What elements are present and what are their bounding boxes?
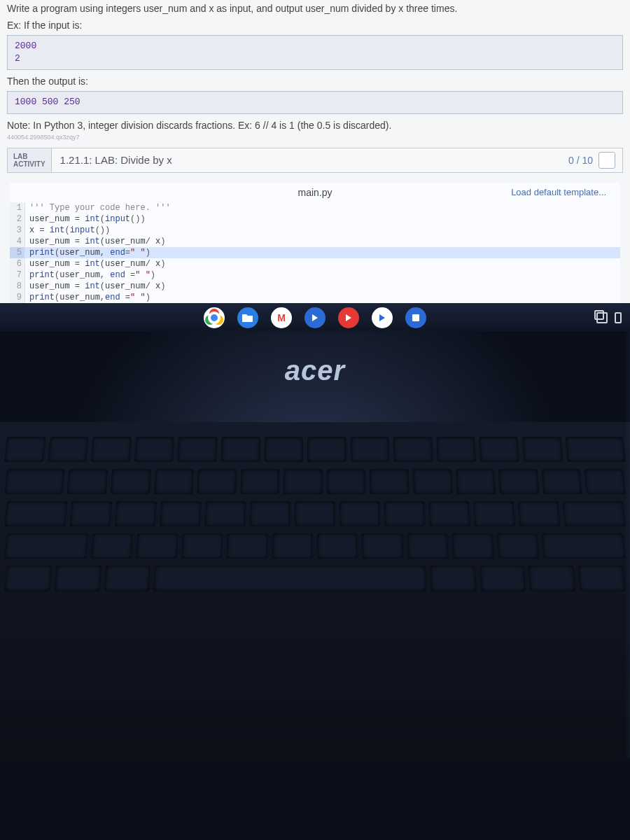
code-line[interactable]: 7print(user_num, end =" ") [10, 270, 620, 281]
line-content[interactable]: user_num = int(user_num/ x) [25, 236, 165, 247]
line-content[interactable]: print(user_num,end =" ") [25, 292, 150, 303]
lab-badge: LAB ACTIVITY [8, 148, 52, 172]
line-number: 2 [10, 214, 25, 225]
svg-rect-0 [412, 314, 419, 321]
line-number: 8 [10, 281, 25, 292]
phone-hub-icon[interactable] [615, 312, 622, 323]
lab-score: 0 / 10 [561, 148, 622, 172]
example-input-block: 2000 2 [7, 35, 623, 70]
youtube-icon[interactable] [338, 307, 359, 328]
example-intro: Ex: If the input is: [7, 20, 623, 31]
line-content[interactable]: ''' Type your code here. ''' [25, 202, 171, 214]
code-line[interactable]: 8user_num = int(user_num/ x) [10, 281, 620, 292]
code-line[interactable]: 9print(user_num,end =" ") [10, 292, 620, 303]
example-output-block: 1000 500 250 [7, 91, 623, 113]
lab-header-row: LAB ACTIVITY 1.21.1: LAB: Divide by x 0 … [7, 148, 623, 173]
lab-score-box-icon [598, 152, 615, 169]
line-number: 1 [10, 202, 25, 214]
code-line[interactable]: 6user_num = int(user_num/ x) [10, 258, 620, 270]
line-number: 4 [10, 236, 25, 247]
files-icon[interactable] [237, 307, 258, 328]
line-content[interactable]: user_num = int(user_num/ x) [25, 281, 165, 292]
problem-id: 440054.2998504.qx3zqy7 [7, 134, 623, 141]
lab-badge-bottom: ACTIVITY [13, 160, 46, 168]
code-line[interactable]: 5print(user_num, end=" ") [10, 247, 620, 258]
code-line[interactable]: 2user_num = int(input()) [10, 214, 620, 225]
code-line[interactable]: 1''' Type your code here. ''' [10, 202, 620, 214]
keyboard [0, 422, 630, 758]
editor-panel: main.py Load default template... 1''' Ty… [10, 183, 620, 303]
line-number: 3 [10, 225, 25, 236]
line-number: 9 [10, 292, 25, 303]
editor-header: main.py Load default template... [10, 183, 620, 202]
problem-instruction: Write a program using integers user_num … [7, 3, 623, 14]
code-line[interactable]: 3x = int(input()) [10, 225, 620, 236]
gmail-icon[interactable]: M [271, 307, 292, 328]
load-template-link[interactable]: Load default template... [511, 187, 606, 197]
laptop-bezel: acer [0, 331, 630, 758]
line-number: 5 [10, 247, 25, 258]
chromeos-shelf: M [0, 303, 630, 331]
shelf-status-area[interactable] [596, 312, 622, 323]
line-content[interactable]: user_num = int(input()) [25, 214, 146, 225]
overview-icon[interactable] [596, 312, 608, 323]
code-line[interactable]: 4user_num = int(user_num/ x) [10, 236, 620, 247]
play-icon[interactable] [372, 307, 393, 328]
lab-title: 1.21.1: LAB: Divide by x [52, 148, 561, 172]
output-intro: Then the output is: [7, 76, 623, 87]
laptop-brand-logo: acer [285, 355, 345, 386]
line-content[interactable]: print(user_num, end=" ") [25, 247, 150, 258]
line-content[interactable]: user_num = int(user_num/ x) [25, 258, 165, 270]
editor-filename: main.py [298, 187, 332, 198]
app-icon-2[interactable] [405, 307, 426, 328]
lab-score-text: 0 / 10 [568, 155, 593, 166]
line-number: 7 [10, 270, 25, 281]
line-content[interactable]: print(user_num, end =" ") [25, 270, 155, 281]
lab-badge-top: LAB [13, 153, 46, 160]
line-number: 6 [10, 258, 25, 270]
problem-panel: Write a program using integers user_num … [0, 0, 630, 303]
app-icon-1[interactable] [304, 307, 326, 328]
problem-note: Note: In Python 3, integer division disc… [7, 120, 623, 131]
code-editor[interactable]: 1''' Type your code here. '''2user_num =… [10, 202, 620, 303]
chrome-icon[interactable] [204, 307, 225, 328]
line-content[interactable]: x = int(input()) [25, 225, 110, 236]
